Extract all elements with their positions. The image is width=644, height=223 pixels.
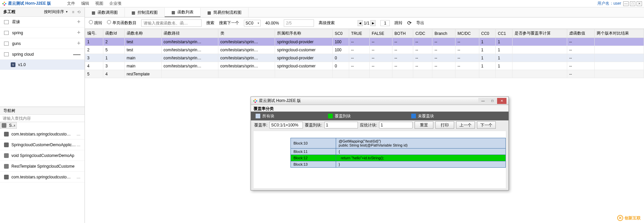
column-header[interactable]: MC/DC	[455, 29, 479, 38]
expand-icon[interactable]: +	[77, 18, 80, 25]
column-header[interactable]: 是否参与覆盖率计算	[513, 29, 567, 38]
metric-select[interactable]: SC0	[244, 20, 261, 26]
refresh-icon[interactable]: ⟲	[76, 10, 81, 14]
svg-point-5	[255, 99, 256, 100]
goto-page-input[interactable]	[380, 20, 390, 26]
nav-item[interactable]: String HelloWorld::test(String)	[0, 122, 17, 129]
radio-jump[interactable]: 跳转	[89, 20, 102, 26]
tab[interactable]: ▦函数调用图	[85, 8, 125, 17]
nav-item[interactable]: com.teststars.springcloudcusto……	[0, 172, 85, 182]
cell: --	[370, 62, 392, 70]
svg-point-4	[253, 100, 255, 102]
expand-icon[interactable]: +	[77, 29, 80, 36]
sort-label[interactable]: 按时间排序	[44, 9, 64, 15]
cell: --	[567, 46, 595, 54]
menu-edit[interactable]: 编辑	[78, 1, 92, 6]
print-button[interactable]: 打印	[435, 121, 454, 129]
dialog-close-icon[interactable]: ✕	[497, 98, 506, 104]
project-item[interactable]: spring+	[0, 27, 85, 38]
pager: ◀ 1/1 ▶	[358, 20, 376, 26]
dialog-titlebar[interactable]: 星云测试 Horn-J2EE 版 — □ ✕	[251, 97, 508, 105]
cell: --	[370, 38, 392, 46]
goto-button[interactable]: 跳转	[394, 20, 402, 26]
nav-item[interactable]: void SpringcloudCustomerDemoAp	[0, 150, 85, 161]
table-row[interactable]: 54restTemplate--	[85, 70, 644, 78]
maximize-icon[interactable]: □	[630, 1, 635, 6]
table-row[interactable]: 12testcom/teststars/sprin…com/teststars/…	[85, 38, 644, 46]
close-icon[interactable]: ✕	[637, 1, 642, 6]
page-input[interactable]	[284, 19, 314, 27]
block-code: {	[336, 149, 505, 155]
search-input[interactable]	[141, 19, 202, 27]
collapse-icon[interactable]: ≡	[71, 10, 75, 14]
column-header[interactable]: SC0	[332, 29, 349, 38]
collapse-icon[interactable]: —	[73, 50, 80, 59]
table-row[interactable]: 43maincom/teststars/sprin…com/teststars/…	[85, 62, 644, 70]
total-input[interactable]	[379, 122, 413, 128]
table-row[interactable]: 31maincom/teststars/sprin…com/teststars/…	[85, 54, 644, 62]
tab[interactable]: ▦控制流程图	[125, 8, 165, 17]
column-header[interactable]: 两个版本对比结果	[595, 29, 644, 38]
column-header[interactable]: CC0	[479, 29, 496, 38]
block-code: return "hello"+id.toString();	[336, 155, 505, 161]
overflow-icon[interactable]: …	[76, 132, 80, 136]
column-header[interactable]: TRUE	[349, 29, 369, 38]
column-header[interactable]: 所属程序名称	[275, 29, 332, 38]
menu-file[interactable]: 文件	[64, 1, 78, 6]
adv-search-button[interactable]: 高级搜索	[319, 20, 335, 26]
nav-item-label: String HelloWorld::test(String)	[9, 123, 15, 128]
overflow-icon[interactable]: …	[76, 143, 80, 147]
column-header[interactable]: CC1	[496, 29, 513, 38]
reload-icon[interactable]: ⟳	[407, 20, 412, 26]
rate-input[interactable]	[269, 122, 303, 128]
cell: --	[432, 62, 455, 70]
project-item[interactable]: spring cloud—	[0, 49, 85, 60]
column-header[interactable]: 类	[218, 29, 275, 38]
column-header[interactable]: 虚函数值	[567, 29, 595, 38]
menu-enterprise[interactable]: 企业项	[107, 1, 124, 6]
tab[interactable]: ▦简易控制流程图	[201, 8, 249, 17]
column-header[interactable]: 函数Id	[103, 29, 124, 38]
search-button[interactable]: 搜索	[206, 20, 214, 26]
covered-input[interactable]	[324, 122, 358, 128]
tab[interactable]: ▦函数列表	[165, 8, 201, 17]
expand-icon[interactable]: +	[77, 40, 80, 47]
dialog-maximize-icon[interactable]: □	[488, 98, 497, 104]
nav-item[interactable]: SpringcloudCustomerDemoApplica……	[0, 140, 85, 150]
overflow-icon[interactable]: …	[76, 175, 80, 179]
minimize-icon[interactable]: —	[623, 1, 629, 6]
reset-button[interactable]: 重置	[415, 121, 433, 129]
column-header[interactable]: Branch	[432, 29, 455, 38]
menu-view[interactable]: 视图	[93, 1, 106, 6]
column-header[interactable]: FALSE	[370, 29, 392, 38]
page-prev-icon[interactable]: ◀	[358, 20, 363, 26]
legend-covered-label: 覆盖到块	[335, 114, 351, 118]
column-header[interactable]: 函数路径	[161, 29, 218, 38]
project-item[interactable]: 星缘+	[0, 17, 85, 27]
column-header[interactable]: 函数名称	[124, 29, 161, 38]
radio-single[interactable]: 单页函数数目	[107, 20, 137, 26]
total-label: 应统计块:	[360, 122, 377, 128]
nav-item[interactable]: com.teststars.springcloudcusto……	[0, 129, 85, 140]
prev-button[interactable]: 上一个	[456, 121, 475, 129]
cell	[275, 70, 332, 78]
nav-item[interactable]: RestTemplate SpringcloudCustome	[0, 161, 85, 172]
column-header[interactable]: 编号.	[85, 29, 103, 38]
table-row[interactable]: 25testcom/teststars/sprin…com/teststars/…	[85, 46, 644, 54]
column-header[interactable]: BOTH	[392, 29, 413, 38]
chevron-down-icon[interactable]: ▼	[65, 10, 68, 13]
function-table: 编号.函数Id函数名称函数路径类所属程序名称SC0TRUEFALSEBOTHC/…	[85, 29, 644, 78]
project-version[interactable]: Vv1.0	[0, 60, 85, 70]
search-next-button[interactable]: 搜索下一个	[219, 20, 239, 26]
menubar: 文件 编辑 视图 企业项	[64, 1, 124, 6]
dialog-minimize-icon[interactable]: —	[478, 98, 488, 104]
cell: --	[567, 54, 595, 62]
column-header[interactable]: C/DC	[413, 29, 432, 38]
project-item[interactable]: guns+	[0, 38, 85, 49]
cell: 1	[103, 54, 124, 62]
export-button[interactable]: 导出	[416, 20, 424, 26]
page-next-icon[interactable]: ▶	[370, 20, 376, 26]
cell: com/teststars/sprin…	[161, 38, 218, 46]
next-button[interactable]: 下一个	[477, 121, 496, 129]
nav-search-input[interactable]	[0, 115, 85, 122]
